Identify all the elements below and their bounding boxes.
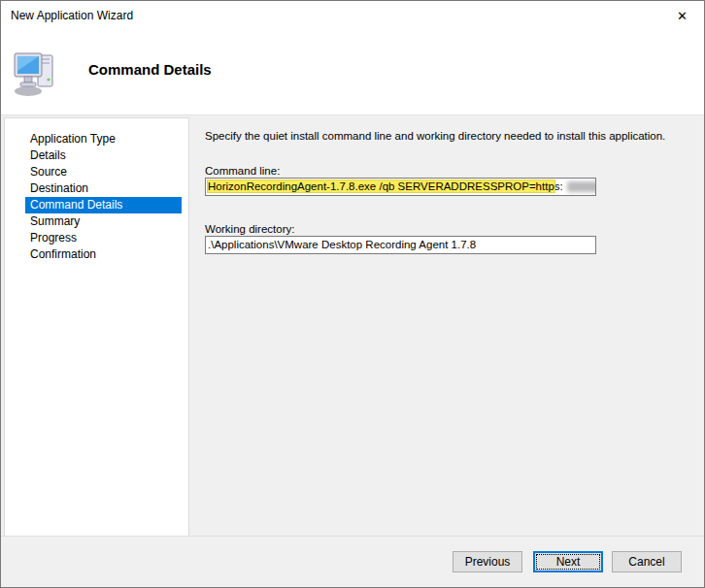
working-directory-label: Working directory: — [205, 223, 294, 235]
wizard-footer: Previous Next Cancel — [1, 536, 704, 587]
command-line-input[interactable]: HorizonRecordingAgent-1.7.8.exe /qb SERV… — [205, 178, 596, 196]
redacted-server-address — [567, 181, 596, 192]
sidebar-item-destination[interactable]: Destination — [25, 180, 182, 197]
sidebar-item-command-details[interactable]: Command Details — [25, 197, 182, 213]
window-title: New Application Wizard — [1, 9, 660, 22]
command-line-plain-text: s: — [554, 180, 563, 192]
instruction-text: Specify the quiet install command line a… — [205, 130, 690, 142]
sidebar-item-application-type[interactable]: Application Type — [25, 131, 182, 147]
wizard-header: Command Details — [1, 30, 704, 115]
title-bar: New Application Wizard ✕ — [1, 1, 704, 30]
cancel-button[interactable]: Cancel — [612, 551, 682, 572]
computer-icon — [13, 49, 59, 102]
wizard-content-panel: Specify the quiet install command line a… — [205, 115, 695, 537]
sidebar-item-summary[interactable]: Summary — [25, 213, 182, 230]
sidebar-item-progress[interactable]: Progress — [25, 230, 182, 246]
next-button[interactable]: Next — [533, 551, 603, 572]
close-icon[interactable]: ✕ — [660, 1, 704, 30]
sidebar-item-confirmation[interactable]: Confirmation — [25, 246, 182, 263]
sidebar-item-source[interactable]: Source — [25, 164, 182, 180]
command-line-label: Command line: — [205, 165, 280, 177]
working-directory-input[interactable]: .\Applications\VMware Desktop Recording … — [205, 236, 596, 254]
previous-button[interactable]: Previous — [453, 551, 522, 572]
wizard-steps-sidebar: Application Type Details Source Destinat… — [4, 117, 189, 537]
page-title: Command Details — [88, 61, 212, 78]
command-line-highlighted-text: HorizonRecordingAgent-1.7.8.exe /qb SERV… — [208, 180, 554, 192]
new-application-wizard-window: New Application Wizard ✕ Command Details… — [0, 0, 705, 588]
sidebar-item-details[interactable]: Details — [25, 147, 182, 164]
